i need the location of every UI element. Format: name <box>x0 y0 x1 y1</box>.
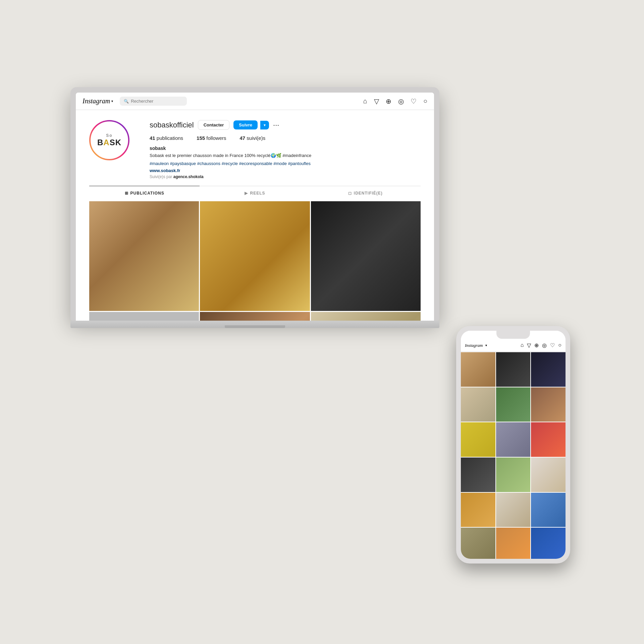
play-icon: ▶ <box>245 191 248 196</box>
sobask-bask: BASK <box>97 138 121 147</box>
phone-grid-photo-17[interactable] <box>496 528 531 559</box>
bio-link[interactable]: www.sobask.fr <box>150 168 421 173</box>
phone-home-icon[interactable]: ⌂ <box>521 342 524 348</box>
search-input[interactable] <box>131 99 183 104</box>
profile-tabs: ⊞ PUBLICATIONS ▶ REELS ◻ IDENTIFIÉ(E) <box>89 186 421 200</box>
phone-inner: Instagram ▾ ⌂ ▽ ⊕ ◎ ♡ ○ <box>461 331 566 559</box>
phone-instagram: Instagram ▾ ⌂ ▽ ⊕ ◎ ♡ ○ <box>461 331 566 559</box>
laptop-base <box>70 321 439 328</box>
grid-photo-3[interactable] <box>311 201 421 311</box>
phone-grid-photo-1[interactable] <box>461 352 495 387</box>
phone-grid-photo-2[interactable] <box>496 352 531 387</box>
phone-chevron-icon: ▾ <box>485 343 487 347</box>
phone-heart-icon[interactable]: ♡ <box>550 342 555 348</box>
phone-grid-photo-4[interactable] <box>461 387 495 422</box>
phone-grid-photo-16[interactable] <box>461 528 495 559</box>
grid-icon: ⊞ <box>125 191 128 196</box>
phone-grid-photo-11[interactable] <box>496 458 531 492</box>
tab-tagged-label: IDENTIFIÉ(E) <box>354 191 383 196</box>
phone-plus-icon[interactable]: ⊕ <box>534 342 539 348</box>
phone-grid-photo-9[interactable] <box>531 422 566 457</box>
phone-grid-photo-12[interactable] <box>531 458 566 492</box>
followed-by-label: Suivi(e)s par <box>150 174 172 179</box>
foll-count: 155 <box>197 135 205 141</box>
tab-tagged[interactable]: ◻ IDENTIFIÉ(E) <box>310 186 421 200</box>
more-options-icon[interactable]: ··· <box>273 121 279 129</box>
followed-by: Suivi(e)s par agence.shokola <box>150 174 421 179</box>
phone-grid-photo-13[interactable] <box>461 493 495 527</box>
followers-stat: 155 followers <box>197 135 226 141</box>
avatar-wrap: So BASK <box>89 120 129 160</box>
bio-line1: Sobask est le premier chausson made in F… <box>150 152 421 159</box>
profile-section: So BASK sobaskofficiel <box>76 110 434 321</box>
phone-grid-photo-6[interactable] <box>531 387 566 422</box>
profile-icon[interactable]: ○ <box>423 97 427 105</box>
photo-grid: SORTIE DE SECOURS <box>89 201 421 321</box>
scene: Instagram ▾ 🔍 ⌂ ▽ ⊕ ◎ ♡ <box>54 54 590 590</box>
heart-icon[interactable]: ♡ <box>411 97 417 105</box>
laptop-screen-outer: Instagram ▾ 🔍 ⌂ ▽ ⊕ ◎ ♡ <box>70 87 439 321</box>
profile-info: sobaskofficiel Contacter Suivre ▾ ··· 41… <box>150 120 421 179</box>
phone-outer: Instagram ▾ ⌂ ▽ ⊕ ◎ ♡ ○ <box>456 326 570 564</box>
filter-icon[interactable]: ▽ <box>374 97 379 105</box>
publications-stat: 41 publications <box>150 135 183 141</box>
tab-publications[interactable]: ⊞ PUBLICATIONS <box>89 186 200 200</box>
display-name: sobask <box>150 146 421 151</box>
sobask-logo: So BASK <box>91 122 127 158</box>
phone-notch <box>496 331 530 339</box>
contact-button[interactable]: Contacter <box>198 120 230 130</box>
grid-photo-2[interactable] <box>200 201 310 311</box>
home-icon[interactable]: ⌂ <box>363 97 367 105</box>
laptop-screen-inner: Instagram ▾ 🔍 ⌂ ▽ ⊕ ◎ ♡ <box>76 93 434 321</box>
pub-count: 41 <box>150 135 155 141</box>
search-bar[interactable]: 🔍 <box>120 97 187 106</box>
grid-photo-1[interactable] <box>89 201 199 311</box>
phone-device: Instagram ▾ ⌂ ▽ ⊕ ◎ ♡ ○ <box>456 326 570 564</box>
search-icon: 🔍 <box>124 99 129 104</box>
phone-grid-photo-10[interactable] <box>461 458 495 492</box>
avatar-inner: So BASK <box>91 121 128 159</box>
tab-reels-label: REELS <box>250 191 265 196</box>
profile-header: So BASK sobaskofficiel <box>89 120 421 179</box>
phone-photo-grid <box>461 352 566 559</box>
phone-grid-photo-18[interactable] <box>531 528 566 559</box>
following-stat: 47 suivi(e)s <box>239 135 265 141</box>
tag-icon: ◻ <box>348 191 352 196</box>
bio-hashtags[interactable]: #mauleon #paysbasque #chaussons #recycle… <box>150 161 311 166</box>
compass-icon[interactable]: ◎ <box>398 97 404 105</box>
username: sobaskofficiel <box>150 121 194 129</box>
following-cnt: 47 <box>239 135 245 141</box>
tab-publications-label: PUBLICATIONS <box>130 191 164 196</box>
sobask-so: So <box>106 133 112 138</box>
avatar-ring: So BASK <box>89 120 129 160</box>
phone-filter-icon[interactable]: ▽ <box>527 342 531 348</box>
grid-photo-6[interactable] <box>311 312 421 321</box>
phone-grid-photo-3[interactable] <box>531 352 566 387</box>
phone-grid-photo-14[interactable] <box>496 493 531 527</box>
tab-reels[interactable]: ▶ REELS <box>200 186 310 200</box>
phone-ig-logo: Instagram <box>465 343 483 348</box>
laptop-device: Instagram ▾ 🔍 ⌂ ▽ ⊕ ◎ ♡ <box>70 87 439 328</box>
plus-circle-icon[interactable]: ⊕ <box>386 97 391 105</box>
phone-grid-photo-8[interactable] <box>496 422 531 457</box>
phone-compass-icon[interactable]: ◎ <box>542 342 547 348</box>
stats-row: 41 publications 155 followers 47 suivi(e… <box>150 135 421 141</box>
logo-chevron-icon: ▾ <box>111 99 113 103</box>
phone-profile-icon[interactable]: ○ <box>558 342 561 348</box>
phone-grid-photo-5[interactable] <box>496 387 531 422</box>
follow-button[interactable]: Suivre <box>233 120 258 129</box>
nav-icons: ⌂ ▽ ⊕ ◎ ♡ ○ <box>363 97 427 105</box>
profile-row1: sobaskofficiel Contacter Suivre ▾ ··· <box>150 120 421 130</box>
instagram-browser: Instagram ▾ 🔍 ⌂ ▽ ⊕ ◎ ♡ <box>76 93 434 321</box>
grid-photo-4[interactable] <box>89 312 199 321</box>
phone-grid-photo-15[interactable] <box>531 493 566 527</box>
follow-dropdown-button[interactable]: ▾ <box>260 121 269 129</box>
grid-photo-5[interactable] <box>200 312 310 321</box>
phone-grid-photo-7[interactable] <box>461 422 495 457</box>
instagram-nav: Instagram ▾ 🔍 ⌂ ▽ ⊕ ◎ ♡ <box>76 93 434 110</box>
phone-nav-icons: ⌂ ▽ ⊕ ◎ ♡ ○ <box>521 342 561 348</box>
followed-by-name[interactable]: agence.shokola <box>173 174 204 179</box>
instagram-logo: Instagram ▾ <box>83 97 113 105</box>
instagram-logo-text: Instagram <box>83 97 110 105</box>
bio-line2: #mauleon #paysbasque #chaussons #recycle… <box>150 160 421 167</box>
